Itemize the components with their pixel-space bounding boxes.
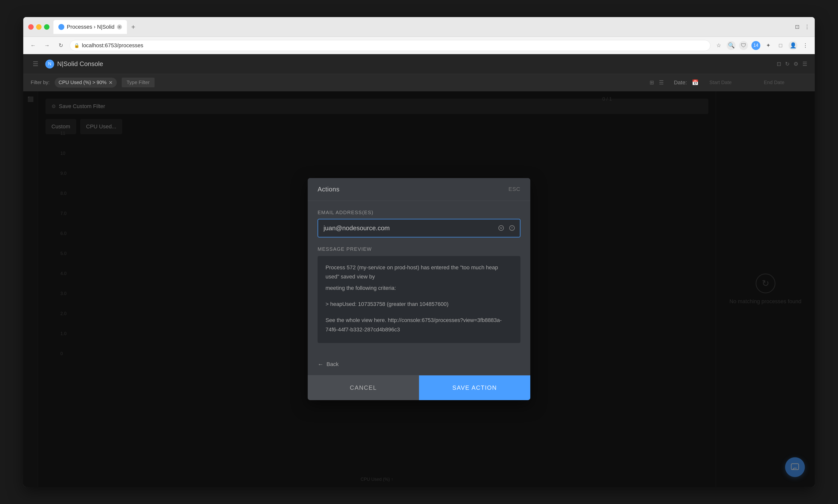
- start-date-input[interactable]: Start Date: [703, 77, 753, 88]
- lock-icon: 🔒: [74, 43, 79, 48]
- message-preview-label: MESSAGE PREVIEW: [318, 246, 520, 252]
- back-arrow-icon: ←: [318, 361, 323, 368]
- tab-bar: Processes › N|Solid ✕ +: [53, 20, 791, 34]
- ext-icon-3[interactable]: 14: [751, 41, 760, 50]
- message-preview-box: Process 572 (my-service on prod-host) ha…: [318, 256, 520, 343]
- calendar-icon[interactable]: 📅: [692, 79, 698, 86]
- header-icon-1[interactable]: ⊡: [777, 61, 781, 67]
- new-tab-button[interactable]: +: [129, 22, 138, 31]
- refresh-button[interactable]: ↻: [56, 40, 66, 51]
- end-date-input[interactable]: End Date: [758, 77, 807, 88]
- back-button[interactable]: ←: [28, 40, 38, 51]
- browser-window: Processes › N|Solid ✕ + ⊡ ⋮ ← → ↻ 🔒 loca…: [23, 17, 815, 487]
- forward-button[interactable]: →: [42, 40, 52, 51]
- back-link[interactable]: ← Back: [308, 361, 530, 375]
- modal-overlay[interactable]: Actions ESC EMAIL ADDRESS(ES): [23, 91, 815, 487]
- browser-toolbar-icons: ☆ 🔍 🛡 14 ✦ □ 👤 ⋮: [714, 41, 810, 50]
- modal-body: EMAIL ADDRESS(ES): [308, 201, 530, 361]
- ext-icon-5[interactable]: □: [776, 41, 785, 50]
- email-field-label: EMAIL ADDRESS(ES): [318, 210, 520, 215]
- list-view-icon[interactable]: ☰: [659, 79, 664, 86]
- modal-title: Actions: [318, 185, 340, 193]
- type-filter-placeholder: Type Filter: [127, 79, 150, 85]
- email-input-wrapper: [318, 219, 520, 237]
- traffic-lights: [28, 24, 50, 30]
- app-header: ☰ N N|Solid Console ⊡ ↻ ⚙ ☰: [23, 54, 815, 74]
- date-label: Date:: [674, 79, 687, 86]
- app-title: N|Solid Console: [57, 60, 103, 68]
- app-body: ⬛ 11 10 9.0 8.0 7.0 6.0 5.0 4.0 3.0 2.0 …: [23, 91, 815, 487]
- modal-header: Actions ESC: [308, 178, 530, 201]
- message-line-2: meeting the following criteria:: [325, 283, 513, 292]
- bookmark-icon[interactable]: ☆: [714, 41, 723, 50]
- tab-close-button[interactable]: ✕: [117, 24, 122, 30]
- app-content: ☰ N N|Solid Console ⊡ ↻ ⚙ ☰ Filter by: C…: [23, 54, 815, 487]
- message-line-4: See the whole view here. http://console:…: [325, 316, 513, 334]
- browser-menu-icon[interactable]: ⋮: [804, 24, 810, 30]
- address-bar[interactable]: 🔒 localhost:6753/processes: [70, 40, 710, 51]
- minimize-window-button[interactable]: [36, 24, 41, 30]
- app-logo-icon: N: [45, 59, 54, 69]
- header-icon-4[interactable]: ☰: [802, 61, 807, 67]
- url-text: localhost:6753/processes: [82, 42, 143, 49]
- header-icon-2[interactable]: ↻: [785, 61, 789, 67]
- svg-point-0: [499, 226, 504, 231]
- modal-esc-button[interactable]: ESC: [509, 186, 520, 193]
- filter-chip-remove-icon[interactable]: ✕: [109, 79, 113, 86]
- filter-chip-label: CPU Used (%) > 90%: [59, 79, 107, 85]
- ext-icon-4[interactable]: ✦: [764, 41, 773, 50]
- header-right-icons: ⊡ ↻ ⚙ ☰: [777, 61, 807, 67]
- ext-icon-1[interactable]: 🔍: [727, 41, 736, 50]
- type-filter-input[interactable]: Type Filter: [122, 78, 155, 87]
- header-icon-3[interactable]: ⚙: [794, 61, 798, 67]
- app-logo: N N|Solid Console: [45, 59, 103, 69]
- maximize-window-button[interactable]: [44, 24, 50, 30]
- info-icon[interactable]: [507, 223, 516, 232]
- browser-toolbar: ← → ↻ 🔒 localhost:6753/processes ☆ 🔍 🛡 1…: [23, 37, 815, 54]
- cancel-button[interactable]: CANCEL: [308, 375, 419, 400]
- hamburger-menu-icon[interactable]: ☰: [31, 58, 40, 70]
- browser-titlebar: Processes › N|Solid ✕ + ⊡ ⋮: [23, 17, 815, 37]
- ext-icon-2[interactable]: 🛡: [739, 41, 748, 50]
- tab-title: Processes › N|Solid: [67, 24, 114, 30]
- message-line-1: Process 572 (my-service on prod-host) ha…: [325, 263, 513, 282]
- message-line-3: > heapUsed: 107353758 (greater than 1048…: [325, 300, 513, 309]
- email-input-icons: [497, 223, 516, 232]
- tab-favicon: [58, 24, 64, 30]
- email-icon[interactable]: [497, 223, 505, 232]
- modal-footer: CANCEL SAVE ACTION: [308, 375, 530, 400]
- modal-dialog: Actions ESC EMAIL ADDRESS(ES): [308, 178, 530, 400]
- app-filter-bar: Filter by: CPU Used (%) > 90% ✕ Type Fil…: [23, 74, 815, 91]
- browser-more-icon[interactable]: ⋮: [801, 41, 810, 50]
- filter-by-label: Filter by:: [31, 79, 50, 85]
- grid-view-icon[interactable]: ⊞: [649, 79, 654, 86]
- save-action-button[interactable]: SAVE ACTION: [419, 375, 530, 400]
- filter-chip[interactable]: CPU Used (%) > 90% ✕: [55, 78, 117, 88]
- restore-down-icon[interactable]: ⊡: [795, 24, 799, 30]
- close-window-button[interactable]: [28, 24, 34, 30]
- back-label: Back: [326, 361, 339, 367]
- active-tab[interactable]: Processes › N|Solid ✕: [53, 20, 127, 34]
- email-input[interactable]: [318, 219, 520, 237]
- profile-icon[interactable]: 👤: [788, 41, 798, 50]
